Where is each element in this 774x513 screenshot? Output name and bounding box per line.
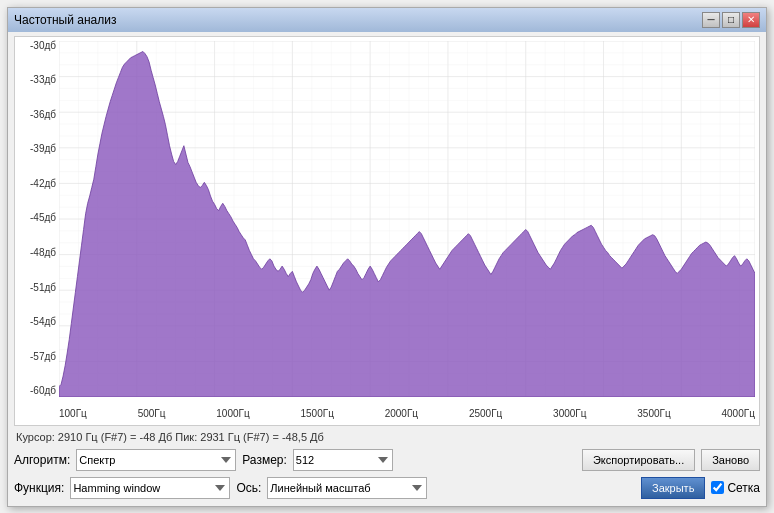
grid-checkbox-container: Сетка [711,481,760,495]
reset-button[interactable]: Заново [701,449,760,471]
chart-area: -30дб -33дб -36дб -39дб -42дб -45дб -48д… [14,36,760,426]
minimize-button[interactable]: ─ [702,12,720,28]
y-label-0: -30дб [30,41,56,51]
y-label-3: -39дб [30,144,56,154]
spectrum-chart [59,41,755,397]
y-label-7: -51дб [30,283,56,293]
y-label-5: -45дб [30,213,56,223]
grid-checkbox[interactable] [711,481,724,494]
close-window-button[interactable]: ✕ [742,12,760,28]
x-label-1: 500Гц [138,408,166,419]
x-label-2: 1000Гц [216,408,249,419]
y-label-10: -60дб [30,386,56,396]
x-label-3: 1500Гц [300,408,333,419]
close-button[interactable]: Закрыть [641,477,705,499]
export-button[interactable]: Экспортировать... [582,449,695,471]
func-select[interactable]: Hamming window [70,477,230,499]
status-bar: Курсор: 2910 Гц (F#7) = -48 Дб Пик: 2931… [8,428,766,446]
algo-select[interactable]: Спектр [76,449,236,471]
controls-row-2: Функция: Hamming window Ось: Линейный ма… [8,474,766,502]
y-axis: -30дб -33дб -36дб -39дб -42дб -45дб -48д… [15,41,59,397]
y-label-6: -48дб [30,248,56,258]
size-select[interactable]: 512 [293,449,393,471]
titlebar: Частотный анализ ─ □ ✕ [8,8,766,32]
y-label-8: -54дб [30,317,56,327]
window-title: Частотный анализ [14,13,116,27]
axis-label: Ось: [236,481,261,495]
titlebar-buttons: ─ □ ✕ [702,12,760,28]
x-label-4: 2000Гц [385,408,418,419]
algo-label: Алгоритм: [14,453,70,467]
axis-select[interactable]: Линейный масштаб [267,477,427,499]
x-label-7: 3500Гц [637,408,670,419]
func-label: Функция: [14,481,64,495]
status-text: Курсор: 2910 Гц (F#7) = -48 Дб Пик: 2931… [16,431,324,443]
grid-label[interactable]: Сетка [727,481,760,495]
controls-row-1: Алгоритм: Спектр Размер: 512 Экспортиров… [8,446,766,474]
y-label-1: -33дб [30,75,56,85]
size-label: Размер: [242,453,287,467]
main-window: Частотный анализ ─ □ ✕ -30дб -33дб -36дб… [7,7,767,507]
x-label-0: 100Гц [59,408,87,419]
x-label-5: 2500Гц [469,408,502,419]
y-label-2: -36дб [30,110,56,120]
x-label-6: 3000Гц [553,408,586,419]
x-axis: 100Гц 500Гц 1000Гц 1500Гц 2000Гц 2500Гц … [59,408,755,419]
y-label-9: -57дб [30,352,56,362]
chart-inner [59,41,755,397]
y-label-4: -42дб [30,179,56,189]
maximize-button[interactable]: □ [722,12,740,28]
x-label-8: 4000Гц [722,408,755,419]
